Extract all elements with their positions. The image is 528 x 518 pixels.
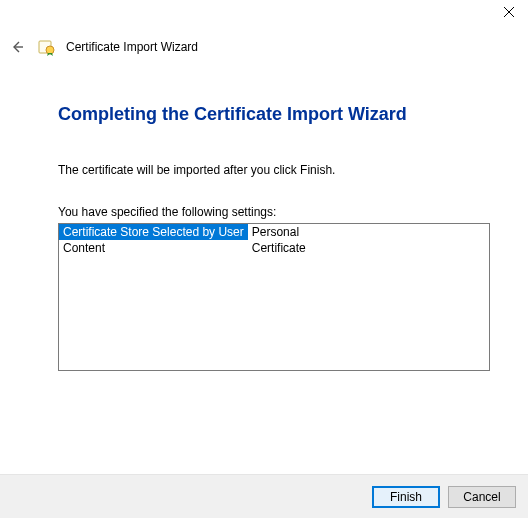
svg-point-4	[46, 46, 54, 54]
certificate-wizard-icon	[38, 38, 56, 56]
settings-value: Certificate	[248, 240, 489, 256]
settings-key: Certificate Store Selected by User	[59, 224, 248, 240]
back-button[interactable]	[6, 36, 28, 58]
settings-table: Certificate Store Selected by UserPerson…	[59, 224, 489, 256]
wizard-header: Certificate Import Wizard	[6, 36, 522, 58]
finish-button[interactable]: Finish	[372, 486, 440, 508]
settings-row[interactable]: Certificate Store Selected by UserPerson…	[59, 224, 489, 240]
settings-listbox[interactable]: Certificate Store Selected by UserPerson…	[58, 223, 490, 371]
settings-key: Content	[59, 240, 248, 256]
close-button[interactable]	[500, 6, 518, 24]
back-arrow-icon	[9, 39, 25, 55]
certificate-import-wizard-window: Certificate Import Wizard Completing the…	[0, 0, 528, 518]
wizard-footer: Finish Cancel	[0, 474, 528, 518]
wizard-title: Certificate Import Wizard	[66, 40, 198, 54]
settings-value: Personal	[248, 224, 489, 240]
settings-row[interactable]: ContentCertificate	[59, 240, 489, 256]
settings-intro-label: You have specified the following setting…	[58, 205, 490, 219]
wizard-content: Completing the Certificate Import Wizard…	[58, 104, 490, 371]
page-heading: Completing the Certificate Import Wizard	[58, 104, 490, 125]
page-description: The certificate will be imported after y…	[58, 163, 490, 177]
cancel-button[interactable]: Cancel	[448, 486, 516, 508]
close-icon	[503, 6, 515, 18]
